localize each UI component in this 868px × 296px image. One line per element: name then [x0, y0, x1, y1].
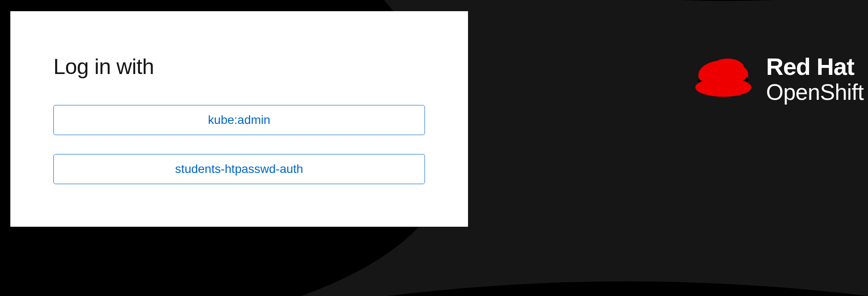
login-card: Log in with kube:admin students-htpasswd… — [10, 11, 468, 227]
brand-text: Red Hat OpenShift — [766, 53, 864, 105]
idp-button-students-htpasswd-auth[interactable]: students-htpasswd-auth — [53, 154, 425, 184]
login-heading: Log in with — [53, 54, 425, 79]
svg-point-2 — [711, 59, 744, 77]
idp-button-kube-admin[interactable]: kube:admin — [53, 105, 425, 135]
brand-name-line1: Red Hat — [766, 53, 864, 80]
brand-logo-area: Red Hat OpenShift — [691, 53, 864, 105]
redhat-fedora-icon — [691, 55, 756, 102]
brand-name-line2: OpenShift — [766, 80, 864, 105]
